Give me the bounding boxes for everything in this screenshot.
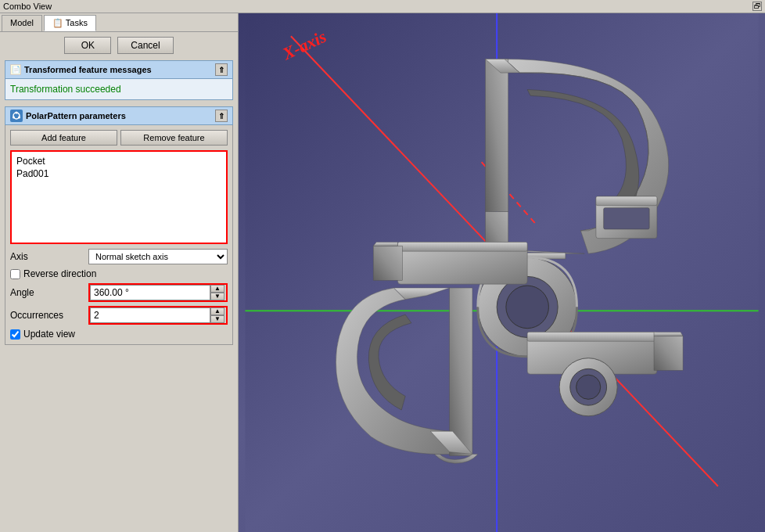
svg-point-3 [13,117,15,119]
tab-tasks-label: Tasks [66,18,88,27]
polar-body: Add feature Remove feature Pocket Pad001… [5,125,233,345]
reverse-direction-checkbox[interactable] [10,269,20,279]
reverse-direction-label: Reverse direction [23,268,96,279]
svg-rect-19 [527,332,657,342]
polar-collapse-btn[interactable]: ⇑ [215,110,228,122]
messages-body: Transformation succeeded [5,79,233,100]
angle-label: Angle [10,287,88,298]
svg-point-15 [506,286,549,329]
ok-button[interactable]: OK [64,37,111,54]
polar-icon [10,110,23,122]
axis-label: Axis [10,251,88,262]
left-panel: Model 📋 Tasks OK Cancel 📄 [0,13,239,532]
angle-spinbox: ▲ ▼ [88,283,228,302]
occurrences-label: Occurrences [10,310,88,321]
angle-control: ▲ ▼ [88,283,228,302]
svg-rect-27 [596,196,657,206]
polar-title: PolarPattern parameters [26,111,126,120]
svg-rect-17 [397,243,527,252]
tab-tasks-icon: 📋 [52,18,63,27]
tab-model-label: Model [10,18,34,27]
add-feature-button[interactable]: Add feature [10,130,117,146]
window-title: Combo View [3,2,52,11]
svg-rect-9 [486,59,508,212]
occurrences-control: ▲ ▼ [88,306,228,325]
update-view-row: Update view [10,329,228,340]
polar-section: PolarPattern parameters ⇑ Add feature Re… [5,106,233,345]
messages-header: 📄 Transformed feature messages ⇑ [5,60,233,79]
feature-item-pocket[interactable]: Pocket [15,155,223,167]
angle-input[interactable] [90,285,210,300]
viewport-svg [239,13,765,532]
tabs-bar: Model 📋 Tasks [0,13,238,32]
restore-button[interactable]: 🗗 [752,2,762,11]
svg-rect-21 [654,336,683,370]
messages-section: 📄 Transformed feature messages ⇑ Transfo… [5,60,233,100]
occurrences-row: Occurrences ▲ ▼ [10,306,228,325]
axis-control: Normal sketch axis Horizontal sketch axi… [88,249,228,264]
svg-point-2 [18,117,20,119]
update-view-checkbox[interactable] [10,329,20,340]
angle-row: Angle ▲ ▼ [10,283,228,302]
title-bar: Combo View 🗗 [0,0,765,13]
occurrences-down-btn[interactable]: ▼ [210,315,224,323]
reverse-direction-row: Reverse direction [10,268,228,279]
remove-feature-button[interactable]: Remove feature [120,130,228,146]
feature-buttons-row: Add feature Remove feature [10,130,228,146]
svg-rect-20 [373,246,402,280]
ok-cancel-row: OK Cancel [5,37,233,54]
feature-list: Pocket Pad001 [10,150,228,244]
axis-select[interactable]: Normal sketch axis Horizontal sketch axi… [88,249,228,264]
occurrences-spinbox: ▲ ▼ [88,306,228,325]
update-view-label: Update view [23,329,75,340]
svg-point-1 [16,112,18,114]
feature-item-pad001[interactable]: Pad001 [15,167,223,180]
messages-collapse-btn[interactable]: ⇑ [215,63,228,76]
axis-row: Axis Normal sketch axis Horizontal sketc… [10,249,228,264]
angle-down-btn[interactable]: ▼ [210,293,224,300]
svg-point-25 [576,375,601,399]
viewport[interactable]: X-axis [239,13,765,532]
tab-model[interactable]: Model [2,15,42,31]
messages-icon: 📄 [10,64,21,75]
success-message: Transformation succeeded [10,84,121,95]
svg-rect-28 [604,208,650,229]
svg-rect-22 [450,288,472,456]
cancel-button[interactable]: Cancel [117,37,173,54]
tab-tasks[interactable]: 📋 Tasks [44,15,96,31]
messages-title: Transformed feature messages [24,65,152,74]
polar-header: PolarPattern parameters ⇑ [5,106,233,125]
occurrences-input[interactable] [90,307,210,323]
angle-up-btn[interactable]: ▲ [210,285,224,293]
occurrences-up-btn[interactable]: ▲ [210,307,224,315]
panel-content: OK Cancel 📄 Transformed feature messages… [0,32,238,532]
